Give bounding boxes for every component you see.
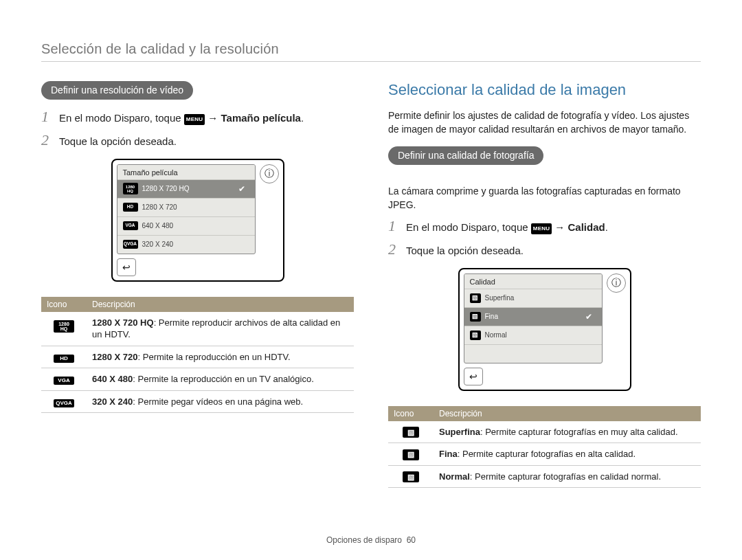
- list-item-empty: [464, 344, 602, 363]
- step-bold: Tamaño película: [221, 112, 300, 124]
- table-row: ▧ Fina: Permite capturar fotografías en …: [388, 443, 701, 466]
- list-item-label: Normal: [485, 331, 507, 339]
- back-button[interactable]: ↩: [117, 258, 136, 276]
- menu-icon: MENU: [184, 114, 205, 125]
- desc-rest: : Permite capturar fotografías en muy al…: [480, 427, 678, 437]
- step-text: Toque la opción deseada.: [59, 134, 177, 149]
- arrow-icon: →: [552, 221, 567, 233]
- check-icon: ✔: [238, 184, 249, 194]
- res-icon-qvga: QVGA: [54, 399, 74, 407]
- footer-label: Opciones de disparo: [326, 535, 402, 545]
- res-icon-vga: VGA: [123, 221, 138, 230]
- desc-bold: 320 X 240: [92, 396, 133, 407]
- list-item[interactable]: ▧ Normal: [464, 326, 602, 344]
- desc-rest: : Permite la reproducción en un HDTV.: [138, 352, 291, 362]
- list-item[interactable]: ▧ Superfina: [464, 289, 602, 307]
- list-item-label: 1280 X 720 HQ: [142, 185, 190, 192]
- table-row: 1280HQ 1280 X 720 HQ: Permite reproducir…: [41, 312, 354, 346]
- desc-rest: : Permite la reproducción en un TV analó…: [133, 374, 314, 384]
- col-desc: Descripción: [434, 406, 701, 421]
- step-number: 2: [41, 133, 52, 148]
- intro-paragraph: Permite definir los ajustes de calidad d…: [388, 109, 701, 137]
- step-number: 1: [388, 219, 399, 234]
- step-text: Toque la opción deseada.: [406, 243, 524, 258]
- option-list: Calidad ▧ Superfina ▧ Fina ✔: [464, 273, 603, 363]
- manual-page: Selección de la calidad y la resolución …: [0, 0, 742, 560]
- left-column: Definir una resolución de vídeo 1 En el …: [41, 81, 354, 488]
- pill-video-resolution: Definir una resolución de vídeo: [41, 81, 193, 100]
- desc-bold: Normal: [439, 471, 470, 482]
- quality-icon-normal: ▧: [403, 471, 419, 482]
- list-item-label: 320 X 240: [142, 240, 174, 248]
- res-icon-1280hq: 1280HQ: [123, 183, 138, 194]
- desc-bold: Superfina: [439, 427, 480, 437]
- right-column: Seleccionar la calidad de la imagen Perm…: [388, 81, 701, 488]
- desc-rest: : Permite capturar fotografías en alta c…: [458, 449, 636, 459]
- table-row: QVGA 320 X 240: Permite pegar vídeos en …: [41, 390, 354, 413]
- screenshot-quality: Calidad ▧ Superfina ▧ Fina ✔: [388, 268, 701, 391]
- quality-icon-superfine: ▧: [403, 427, 419, 438]
- back-button[interactable]: ↩: [464, 368, 483, 385]
- arrow-icon: →: [205, 112, 221, 124]
- desc-bold: 640 X 480: [92, 374, 133, 384]
- icon-description-table: Icono Descripción ▧ Superfina: Permite c…: [388, 406, 701, 489]
- step-1: 1 En el modo Disparo, toque MENU → Tamañ…: [41, 109, 354, 126]
- step-post: .: [605, 221, 608, 233]
- menu-icon: MENU: [531, 223, 552, 234]
- list-item-label: 1280 X 720: [142, 203, 177, 211]
- page-number: 60: [407, 535, 416, 545]
- step-pre: En el modo Disparo, toque: [59, 112, 184, 124]
- desc-bold: 1280 X 720: [92, 352, 138, 362]
- desc-rest: : Permite pegar vídeos en una página web…: [133, 396, 303, 407]
- step-2: 2 Toque la opción deseada.: [388, 242, 701, 258]
- res-icon-vga: VGA: [54, 377, 74, 385]
- step-text: En el modo Disparo, toque MENU → Calidad…: [406, 220, 608, 235]
- list-item[interactable]: VGA 640 X 480: [117, 216, 255, 235]
- list-title: Tamaño película: [117, 165, 255, 179]
- table-row: VGA 640 X 480: Permite la reproducción e…: [41, 368, 354, 391]
- page-footer: Opciones de disparo 60: [0, 535, 742, 545]
- camera-screen: Tamaño película 1280HQ 1280 X 720 HQ ✔ H…: [111, 159, 284, 282]
- res-icon-1280hq: 1280HQ: [54, 320, 74, 333]
- col-icon: Icono: [388, 406, 434, 421]
- list-item[interactable]: ▧ Fina ✔: [464, 307, 602, 326]
- step-text: En el modo Disparo, toque MENU → Tamaño …: [59, 111, 304, 126]
- list-item[interactable]: 1280HQ 1280 X 720 HQ ✔: [117, 179, 255, 198]
- list-item-label: Fina: [485, 313, 498, 320]
- step-pre: En el modo Disparo, toque: [406, 221, 531, 233]
- list-item[interactable]: HD 1280 X 720: [117, 198, 255, 216]
- two-column-layout: Definir una resolución de vídeo 1 En el …: [41, 81, 701, 488]
- heading-image-quality: Seleccionar la calidad de la imagen: [388, 81, 701, 99]
- step-2: 2 Toque la opción deseada.: [41, 133, 354, 149]
- quality-icon-normal: ▧: [470, 331, 481, 340]
- camera-screen: Calidad ▧ Superfina ▧ Fina ✔: [458, 268, 631, 391]
- desc-bold: 1280 X 720 HQ: [92, 317, 154, 328]
- table-row: ▧ Superfina: Permite capturar fotografía…: [388, 421, 701, 443]
- pill-photo-quality: Definir una calidad de fotografía: [388, 146, 543, 165]
- info-button[interactable]: ⓘ: [260, 164, 279, 183]
- table-row: ▧ Normal: Permite capturar fotografías e…: [388, 465, 701, 488]
- sub-paragraph: La cámara comprime y guarda las fotograf…: [388, 184, 701, 212]
- step-1: 1 En el modo Disparo, toque MENU → Calid…: [388, 219, 701, 235]
- screenshot-movie-size: Tamaño película 1280HQ 1280 X 720 HQ ✔ H…: [41, 159, 354, 282]
- icon-description-table: Icono Descripción 1280HQ 1280 X 720 HQ: …: [41, 297, 354, 414]
- step-post: .: [301, 112, 304, 124]
- res-icon-hd: HD: [123, 203, 138, 212]
- step-number: 1: [41, 109, 52, 124]
- info-button[interactable]: ⓘ: [607, 273, 626, 293]
- list-title: Calidad: [464, 274, 602, 289]
- desc-rest: : Permite capturar fotografías en calida…: [470, 471, 661, 482]
- quality-icon-fine: ▧: [470, 312, 481, 322]
- col-desc: Descripción: [87, 297, 354, 312]
- quality-icon-fine: ▧: [403, 449, 419, 460]
- check-icon: ✔: [585, 312, 596, 322]
- table-row: HD 1280 X 720: Permite la reproducción e…: [41, 346, 354, 368]
- quality-icon-superfine: ▧: [470, 293, 481, 303]
- res-icon-hd: HD: [54, 355, 74, 363]
- desc-bold: Fina: [439, 449, 458, 459]
- list-item[interactable]: QVGA 320 X 240: [117, 235, 255, 254]
- res-icon-qvga: QVGA: [123, 240, 138, 249]
- option-list: Tamaño película 1280HQ 1280 X 720 HQ ✔ H…: [117, 164, 256, 254]
- step-bold: Calidad: [567, 221, 605, 233]
- section-title: Selección de la calidad y la resolución: [41, 41, 701, 62]
